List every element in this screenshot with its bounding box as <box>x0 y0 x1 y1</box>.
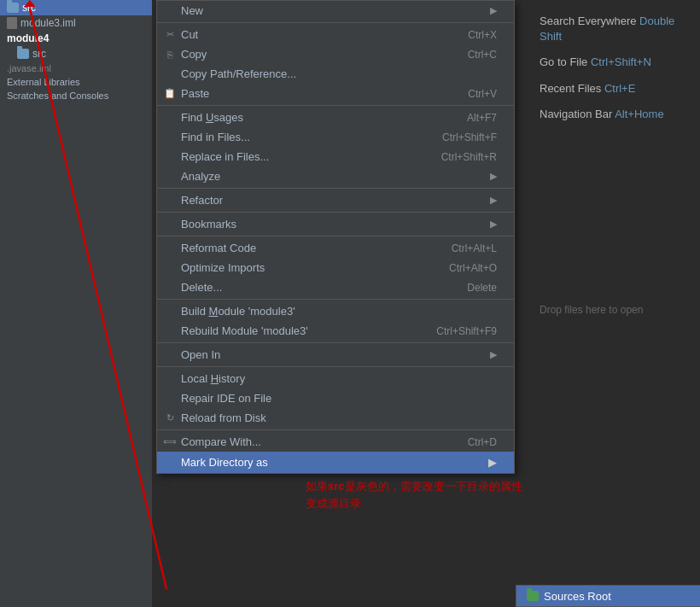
menu-sep-2 <box>157 105 514 106</box>
menu-item-reformat[interactable]: Reformat Code Ctrl+Alt+L <box>157 238 514 258</box>
menu-mark-dir-arrow: ▶ <box>488 456 497 469</box>
menu-sep-5 <box>157 236 514 236</box>
submenu-item-sources-root[interactable]: Sources Root <box>516 586 700 606</box>
menu-open-in-arrow: ▶ <box>490 349 497 360</box>
tree-label-module3iml: module3.iml <box>20 17 76 29</box>
menu-rebuild-label: Rebuild Module 'module3' <box>181 324 308 337</box>
menu-optimize-shortcut: Ctrl+Alt+O <box>449 262 497 274</box>
menu-refactor-arrow: ▶ <box>490 195 497 206</box>
menu-copy-shortcut: Ctrl+C <box>468 49 497 61</box>
menu-delete-shortcut: Delete <box>467 282 497 294</box>
menu-compare-shortcut: Ctrl+D <box>468 436 497 448</box>
tree-label-ext-libs: External Libraries <box>7 77 80 87</box>
menu-item-cut[interactable]: ✂ Cut Ctrl+X <box>157 25 514 44</box>
tree-label-module4: module4 <box>7 32 49 44</box>
menu-cut-label: Cut <box>181 28 198 41</box>
menu-item-mark-directory[interactable]: Mark Directory as ▶ <box>157 452 514 473</box>
menu-item-find-files[interactable]: Find in Files... Ctrl+Shift+F <box>157 127 514 147</box>
menu-item-repair[interactable]: Repair IDE on File <box>157 388 514 408</box>
menu-replace-files-shortcut: Ctrl+Shift+R <box>441 151 497 163</box>
right-panel: Search Everywhere Double Shift Go to Fil… <box>529 0 700 607</box>
menu-sep-4 <box>157 212 514 213</box>
tree-label-src: src <box>22 2 36 14</box>
submenu-popup: Sources Root <box>516 585 700 607</box>
menu-item-bookmarks[interactable]: Bookmarks ▶ <box>157 214 514 234</box>
menu-find-files-label: Find in Files... <box>181 131 250 143</box>
tree-item-scratches[interactable]: Scratches and Consoles <box>0 89 152 102</box>
menu-item-find-usages[interactable]: Find Usages Alt+F7 <box>157 108 514 127</box>
right-panel-recent-text: Recent Files <box>540 82 604 95</box>
tree-item-module3iml[interactable]: module3.iml <box>0 15 152 31</box>
right-panel-drop-text: Drop files here to open <box>540 304 643 316</box>
tree-label-javasei: .javase.iml <box>7 63 51 73</box>
menu-build-label: Build Module 'module3' <box>181 305 295 318</box>
menu-item-open-in[interactable]: Open In ▶ <box>157 345 514 365</box>
menu-paste-label: Paste <box>181 87 209 100</box>
right-panel-nav-key: Alt+Home <box>615 108 663 120</box>
menu-item-copy[interactable]: ⎘ Copy Ctrl+C <box>157 44 514 64</box>
menu-item-new[interactable]: New ▶ <box>157 1 514 20</box>
menu-find-usages-shortcut: Alt+F7 <box>467 112 497 124</box>
menu-rebuild-shortcut: Ctrl+Shift+F9 <box>436 325 497 337</box>
sources-root-folder-icon <box>527 591 539 601</box>
context-menu: New ▶ ✂ Cut Ctrl+X ⎘ Copy Ctrl+C Copy Pa… <box>156 0 515 474</box>
menu-item-build[interactable]: Build Module 'module3' <box>157 301 514 321</box>
menu-item-copy-path[interactable]: Copy Path/Reference... <box>157 64 514 84</box>
tree-item-module4[interactable]: module4 <box>0 31 152 46</box>
tree-item-ext-libs[interactable]: External Libraries <box>0 75 152 89</box>
menu-sep-8 <box>157 366 514 367</box>
menu-mark-dir-label: Mark Directory as <box>181 456 268 469</box>
menu-analyze-arrow: ▶ <box>490 171 497 182</box>
menu-sep-6 <box>157 299 514 300</box>
right-panel-goto-text: Go to File <box>540 55 591 68</box>
right-panel-recent-key: Ctrl+E <box>604 82 635 95</box>
menu-repair-label: Repair IDE on File <box>181 392 271 405</box>
menu-refactor-label: Refactor <box>181 194 223 207</box>
menu-bookmarks-label: Bookmarks <box>181 218 236 231</box>
menu-analyze-label: Analyze <box>181 170 220 183</box>
cut-icon: ✂ <box>162 29 178 40</box>
folder-icon-src <box>7 3 19 13</box>
right-panel-search: Search Everywhere Double Shift <box>529 9 700 50</box>
menu-compare-label: Compare With... <box>181 435 261 448</box>
menu-reformat-shortcut: Ctrl+Alt+L <box>452 242 497 254</box>
right-panel-goto-key: Ctrl+Shift+N <box>591 55 651 68</box>
menu-sep-3 <box>157 188 514 189</box>
menu-local-history-label: Local History <box>181 372 245 385</box>
menu-item-analyze[interactable]: Analyze ▶ <box>157 166 514 186</box>
menu-item-compare[interactable]: ⟺ Compare With... Ctrl+D <box>157 432 514 452</box>
tree-label-scratches: Scratches and Consoles <box>7 90 108 101</box>
menu-sep-7 <box>157 342 514 343</box>
menu-open-in-label: Open In <box>181 348 220 361</box>
menu-item-paste[interactable]: 📋 Paste Ctrl+V <box>157 84 514 103</box>
menu-sep-1 <box>157 22 514 23</box>
right-panel-recent: Recent Files Ctrl+E <box>529 76 700 102</box>
tree-item-src-selected[interactable]: src <box>0 0 152 15</box>
folder-icon-src2 <box>17 49 29 59</box>
menu-item-rebuild[interactable]: Rebuild Module 'module3' Ctrl+Shift+F9 <box>157 321 514 341</box>
right-panel-nav: Navigation Bar Alt+Home <box>529 102 700 127</box>
menu-new-arrow: ▶ <box>490 5 497 16</box>
reload-icon: ↻ <box>162 412 178 423</box>
tree-label-src2: src <box>32 48 46 60</box>
file-icon-iml <box>7 17 17 29</box>
menu-copy-path-label: Copy Path/Reference... <box>181 67 296 80</box>
menu-paste-shortcut: Ctrl+V <box>468 88 497 100</box>
menu-item-optimize[interactable]: Optimize Imports Ctrl+Alt+O <box>157 258 514 277</box>
menu-optimize-label: Optimize Imports <box>181 261 265 274</box>
tree-item-javasei: .javase.iml <box>0 61 152 75</box>
menu-new-label: New <box>181 4 203 17</box>
menu-replace-files-label: Replace in Files... <box>181 150 269 163</box>
menu-item-refactor[interactable]: Refactor ▶ <box>157 190 514 210</box>
right-panel-search-text: Search Everywhere <box>540 15 639 27</box>
menu-sep-9 <box>157 429 514 430</box>
tree-item-src2[interactable]: src <box>0 46 152 61</box>
compare-icon: ⟺ <box>162 436 178 447</box>
menu-copy-label: Copy <box>181 48 207 61</box>
menu-item-replace-files[interactable]: Replace in Files... Ctrl+Shift+R <box>157 147 514 166</box>
menu-cut-shortcut: Ctrl+X <box>468 29 497 41</box>
menu-item-delete[interactable]: Delete... Delete <box>157 277 514 297</box>
menu-item-local-history[interactable]: Local History <box>157 369 514 388</box>
menu-item-reload[interactable]: ↻ Reload from Disk <box>157 408 514 428</box>
paste-icon: 📋 <box>162 88 178 99</box>
